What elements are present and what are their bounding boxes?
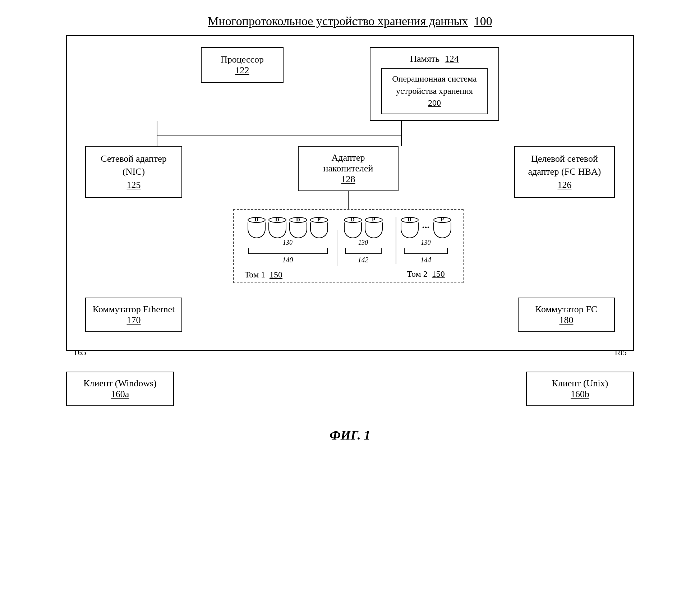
volumes-separator: [396, 217, 396, 264]
memory-inner-ref: 200: [428, 98, 441, 107]
volume1-label: Том 1 150: [245, 270, 283, 280]
volume2-label: Том 2 150: [407, 269, 445, 279]
volume1-text: Том 1: [245, 270, 266, 279]
fc-switch-label: Коммутатор FC: [535, 304, 597, 314]
disk-3: D: [289, 217, 307, 238]
client-windows-ref: 160a: [111, 389, 129, 399]
center-section: Адаптер накопителей 128 D: [189, 146, 507, 283]
brace1-label: 140: [282, 256, 293, 264]
volume2-ref: 150: [432, 269, 445, 279]
nic-box: Сетевой адаптер (NIC) 125: [85, 146, 182, 198]
brace3-label: 144: [420, 256, 431, 264]
memory-inner-box: Операционная система устройства хранения…: [381, 68, 488, 114]
client-windows-box: Клиент (Windows) 160a: [66, 372, 174, 406]
fc-hba-ref: 126: [558, 180, 572, 190]
fc-hba-label: Целевой сетевой адаптер (FC HBA): [528, 153, 601, 177]
volumes-area: D D D P: [233, 209, 464, 283]
outer-box: Процессор 122 Память 124 Операционная си…: [66, 35, 634, 351]
volume1-group1: D D D P: [245, 217, 331, 264]
storage-adapter-box: Адаптер накопителей 128: [298, 146, 399, 191]
memory-section: Память 124 Операционная система устройст…: [370, 47, 499, 121]
storage-adapter-label: Адаптер накопителей: [323, 152, 373, 174]
processor-section: Процессор 122: [201, 47, 284, 121]
lower-row: Коммутатор Ethernet 170 Коммутатор FC 18…: [85, 298, 615, 332]
brace2-label: 142: [358, 256, 369, 264]
processor-label: Процессор: [221, 54, 264, 65]
disk-6: P: [365, 217, 383, 238]
top-connections-svg: [85, 121, 617, 146]
disk-1: D: [248, 217, 266, 238]
middle-row: Сетевой адаптер (NIC) 125 Адаптер накопи…: [85, 146, 615, 283]
memory-ref: 124: [445, 54, 459, 64]
top-row: Процессор 122 Память 124 Операционная си…: [85, 47, 615, 121]
nic-ref: 125: [127, 180, 141, 190]
disk-5: D: [344, 217, 362, 238]
processor-ref: 122: [235, 65, 249, 75]
disk-4: P: [310, 217, 328, 238]
volume2-text: Том 2: [407, 269, 428, 279]
disk-2: D: [268, 217, 286, 238]
arrow-spacer: [314, 351, 386, 357]
disk-7: D: [401, 217, 419, 238]
ethernet-switch-ref: 170: [127, 315, 141, 325]
ethernet-switch-box: Коммутатор Ethernet 170: [85, 298, 182, 332]
memory-label: Память: [410, 54, 439, 64]
ethernet-switch-label: Коммутатор Ethernet: [93, 304, 175, 314]
arrow-row: 165 185: [66, 351, 634, 357]
client-windows-label: Клиент (Windows): [83, 378, 156, 389]
client-unix-box: Клиент (Unix) 160b: [526, 372, 634, 406]
memory-inner-label: Операционная система устройства хранения: [392, 74, 477, 96]
fc-switch-ref: 180: [559, 315, 574, 325]
fig-caption-text: ФИГ. 1: [330, 428, 370, 442]
disk-ref-2: 130: [358, 239, 368, 247]
client-unix-ref: 160b: [571, 389, 589, 399]
volume1-group2: D P 130: [342, 217, 385, 264]
spacer1: [85, 283, 615, 298]
disk-ref-1: 130: [283, 239, 293, 247]
memory-box: Память 124 Операционная система устройст…: [370, 47, 499, 121]
disk-8: P: [433, 217, 451, 238]
fc-hba-box: Целевой сетевой адаптер (FC HBA) 126: [514, 146, 615, 198]
volume2-group: D ··· P 130: [400, 217, 452, 279]
title-text: Многопротокольное устройство хранения да…: [208, 14, 468, 28]
adapter-to-volumes-line: [346, 191, 350, 209]
dots-icon: ···: [421, 222, 431, 233]
storage-adapter-ref: 128: [341, 174, 355, 184]
volume-separator: [337, 230, 337, 266]
processor-box: Процессор 122: [201, 47, 284, 83]
title-ref: 100: [474, 14, 492, 28]
client-unix-label: Клиент (Unix): [552, 378, 608, 389]
disk-ref-3: 130: [421, 239, 431, 247]
diagram-wrapper: Многопротокольное устройство хранения да…: [45, 14, 655, 443]
volume1-ref: 150: [270, 270, 282, 279]
main-title: Многопротокольное устройство хранения да…: [208, 14, 492, 28]
fig-caption: ФИГ. 1: [330, 428, 370, 443]
nic-label: Сетевой адаптер (NIC): [101, 153, 166, 177]
fc-switch-box: Коммутатор FC 180: [518, 298, 615, 332]
clients-row: Клиент (Windows) 160a Клиент (Unix) 160b: [66, 372, 634, 406]
